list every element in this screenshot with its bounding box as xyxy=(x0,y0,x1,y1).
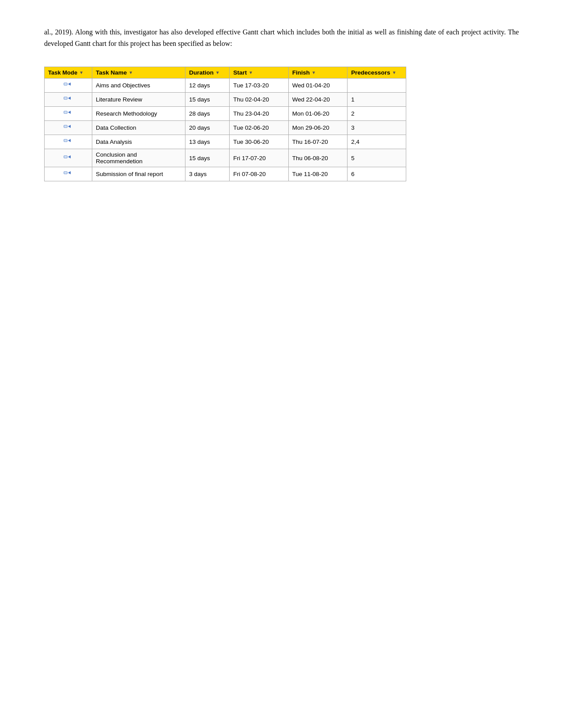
gantt-table-container: Task Mode ▼ Task Name ▼ Duration ▼ xyxy=(44,67,519,181)
table-row: Research Methodology28 daysThu 23-04-20M… xyxy=(45,107,406,121)
start-cell: Tue 17-03-20 xyxy=(230,79,288,93)
predecessors-cell: 3 xyxy=(348,121,406,135)
start-cell: Tue 30-06-20 xyxy=(230,135,288,149)
table-row: Data Analysis13 daysTue 30-06-20Thu 16-0… xyxy=(45,135,406,149)
svg-marker-14 xyxy=(68,139,71,142)
table-row: Literature Review15 daysThu 02-04-20Wed … xyxy=(45,93,406,107)
task-mode-cell xyxy=(45,135,92,149)
svg-marker-2 xyxy=(68,83,71,86)
header-task-mode[interactable]: Task Mode ▼ xyxy=(45,67,92,79)
svg-rect-19 xyxy=(64,172,67,174)
task-name-cell: Aims and Objectives xyxy=(92,79,185,93)
start-cell: Fri 07-08-20 xyxy=(230,167,288,181)
predecessors-cell: 2,4 xyxy=(348,135,406,149)
task-name-cell: Conclusion and Recommendetion xyxy=(92,149,185,167)
task-name-cell: Data Analysis xyxy=(92,135,185,149)
task-mode-cell xyxy=(45,149,92,167)
svg-rect-4 xyxy=(64,97,67,99)
header-finish[interactable]: Finish ▼ xyxy=(288,67,347,79)
finish-cell: Wed 01-04-20 xyxy=(288,79,347,93)
table-row: Aims and Objectives12 daysTue 17-03-20We… xyxy=(45,79,406,93)
task-mode-cell xyxy=(45,93,92,107)
task-name-dropdown-icon[interactable]: ▼ xyxy=(128,70,133,75)
task-mode-icon xyxy=(64,137,72,146)
svg-rect-10 xyxy=(64,125,67,128)
finish-cell: Wed 22-04-20 xyxy=(288,93,347,107)
duration-cell: 15 days xyxy=(185,93,230,107)
duration-cell: 13 days xyxy=(185,135,230,149)
predecessors-cell: 2 xyxy=(348,107,406,121)
task-mode-cell xyxy=(45,121,92,135)
task-mode-icon xyxy=(64,169,72,179)
duration-dropdown-icon[interactable]: ▼ xyxy=(215,70,220,75)
duration-cell: 20 days xyxy=(185,121,230,135)
table-row: Data Collection20 daysTue 02-06-20Mon 29… xyxy=(45,121,406,135)
svg-rect-16 xyxy=(64,156,67,158)
task-name-cell: Data Collection xyxy=(92,121,185,135)
header-start[interactable]: Start ▼ xyxy=(230,67,288,79)
duration-cell: 15 days xyxy=(185,149,230,167)
start-cell: Thu 02-04-20 xyxy=(230,93,288,107)
svg-marker-5 xyxy=(68,97,71,100)
finish-dropdown-icon[interactable]: ▼ xyxy=(311,70,316,75)
task-mode-icon xyxy=(64,81,72,90)
duration-cell: 3 days xyxy=(185,167,230,181)
task-mode-icon xyxy=(64,109,72,118)
task-mode-icon xyxy=(64,123,72,132)
start-dropdown-icon[interactable]: ▼ xyxy=(249,70,253,75)
start-cell: Thu 23-04-20 xyxy=(230,107,288,121)
svg-rect-1 xyxy=(64,83,67,85)
predecessors-cell: 5 xyxy=(348,149,406,167)
table-row: Submission of final report3 daysFri 07-0… xyxy=(45,167,406,181)
gantt-table: Task Mode ▼ Task Name ▼ Duration ▼ xyxy=(44,67,406,181)
duration-cell: 12 days xyxy=(185,79,230,93)
predecessors-cell: 6 xyxy=(348,167,406,181)
start-cell: Tue 02-06-20 xyxy=(230,121,288,135)
svg-marker-17 xyxy=(68,155,71,158)
predecessors-cell xyxy=(348,79,406,93)
task-name-cell: Literature Review xyxy=(92,93,185,107)
svg-rect-13 xyxy=(64,139,67,142)
table-row: Conclusion and Recommendetion15 daysFri … xyxy=(45,149,406,167)
svg-marker-11 xyxy=(68,125,71,128)
predecessors-cell: 1 xyxy=(348,93,406,107)
finish-cell: Thu 06-08-20 xyxy=(288,149,347,167)
task-mode-dropdown-icon[interactable]: ▼ xyxy=(79,70,83,75)
header-duration[interactable]: Duration ▼ xyxy=(185,67,230,79)
task-mode-cell xyxy=(45,167,92,181)
header-task-name[interactable]: Task Name ▼ xyxy=(92,67,185,79)
header-predecessors[interactable]: Predecessors ▼ xyxy=(348,67,406,79)
task-mode-icon xyxy=(64,154,72,163)
task-name-cell: Submission of final report xyxy=(92,167,185,181)
finish-cell: Thu 16-07-20 xyxy=(288,135,347,149)
svg-marker-20 xyxy=(68,171,71,174)
finish-cell: Mon 29-06-20 xyxy=(288,121,347,135)
task-mode-cell xyxy=(45,107,92,121)
task-mode-cell xyxy=(45,79,92,93)
svg-rect-7 xyxy=(64,111,67,113)
svg-marker-8 xyxy=(68,111,71,114)
task-name-cell: Research Methodology xyxy=(92,107,185,121)
start-cell: Fri 17-07-20 xyxy=(230,149,288,167)
task-mode-icon xyxy=(64,95,72,104)
finish-cell: Mon 01-06-20 xyxy=(288,107,347,121)
predecessors-dropdown-icon[interactable]: ▼ xyxy=(392,70,397,75)
duration-cell: 28 days xyxy=(185,107,230,121)
intro-paragraph: al., 2019). Along with this, investigato… xyxy=(44,26,519,49)
finish-cell: Tue 11-08-20 xyxy=(288,167,347,181)
